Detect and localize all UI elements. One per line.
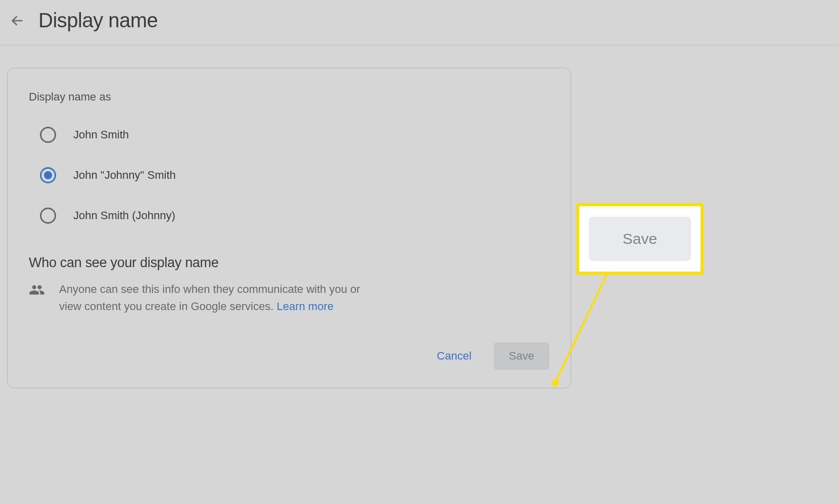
radio-icon [40, 208, 56, 224]
radio-option-1[interactable]: John "Johnny" Smith [40, 167, 549, 183]
radio-label: John "Johnny" Smith [73, 169, 176, 182]
page-title: Display name [38, 9, 158, 32]
save-button[interactable]: Save [494, 342, 549, 370]
radio-icon [40, 127, 56, 143]
radio-group-display-name: John Smith John "Johnny" Smith John Smit… [40, 127, 549, 224]
display-name-card: Display name as John Smith John "Johnny"… [7, 68, 571, 388]
back-arrow-icon[interactable] [10, 14, 24, 28]
section-label: Display name as [29, 90, 549, 104]
learn-more-link[interactable]: Learn more [276, 300, 334, 313]
app-header: Display name [0, 0, 839, 45]
radio-option-2[interactable]: John Smith (Johnny) [40, 208, 549, 224]
card-actions: Cancel Save [29, 342, 549, 370]
callout-anchor-dot [551, 379, 558, 386]
visibility-heading: Who can see your display name [29, 255, 549, 271]
cancel-button[interactable]: Cancel [428, 343, 480, 369]
callout-zoom-save: Save [576, 203, 704, 275]
callout-save-button: Save [589, 217, 691, 261]
people-icon [29, 282, 45, 298]
radio-label: John Smith [73, 128, 129, 141]
radio-option-0[interactable]: John Smith [40, 127, 549, 143]
visibility-row: Anyone can see this info when they commu… [29, 281, 549, 315]
visibility-text: Anyone can see this info when they commu… [59, 281, 372, 315]
radio-label: John Smith (Johnny) [73, 209, 175, 222]
radio-icon [40, 167, 56, 183]
